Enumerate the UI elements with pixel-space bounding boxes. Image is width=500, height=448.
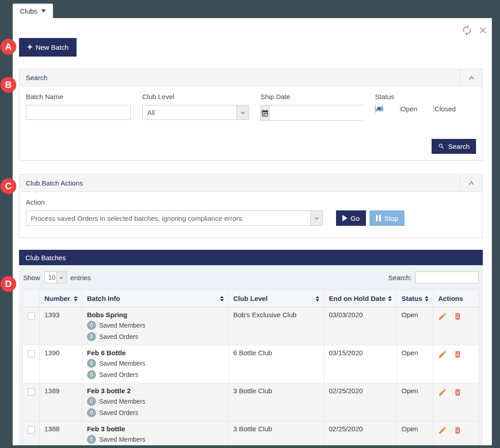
column-header-end-on-hold-date[interactable]: End on Hold Date [324,290,397,307]
close-icon[interactable] [477,25,488,36]
status-radio-all[interactable]: All [375,105,384,113]
status-radio-closed[interactable]: Closed [433,105,456,113]
delete-icon[interactable] [453,388,462,397]
stop-button[interactable]: Stop [370,210,404,226]
table-search-input[interactable] [415,272,479,283]
club-level-selected-value: All [147,109,155,116]
club-batches-section: Club Batches Show 10 entries [19,250,483,445]
saved-orders-label: Saved Orders [99,333,138,340]
saved-orders-label: Saved Orders [99,371,138,378]
chevron-up-icon [468,75,475,81]
saved-orders-count-badge: 0 [87,332,96,341]
page-size-select[interactable]: 10 [44,272,67,283]
plus-icon: + [27,43,33,52]
row-checkbox[interactable] [28,426,35,434]
tab-label: Clubs [20,7,37,15]
club-batches-title: Club Batches [25,254,66,262]
column-header-status[interactable]: Status [397,290,433,307]
saved-members-count-badge: 0 [87,321,96,330]
table-search-label: Search: [388,274,412,281]
saved-orders-label: Saved Orders [99,409,138,416]
go-button-label: Go [351,214,360,222]
batch-name: Feb 6 Bottle [87,349,224,357]
column-header-batch-info[interactable]: Batch Info [82,290,228,307]
radio-label: Closed [434,105,456,113]
go-button[interactable]: Go [336,210,366,226]
saved-members-count-badge: 0 [87,435,96,444]
edit-icon[interactable] [438,388,447,397]
edit-icon[interactable] [438,426,447,435]
end-on-hold-date-cell: 02/25/2020 [324,421,397,446]
annotation-badge-c: C [0,178,16,194]
delete-icon[interactable] [453,312,462,321]
end-on-hold-date-cell: 03/15/2020 [324,345,397,383]
action-select[interactable]: Process saved Orders in selected batches… [26,210,323,226]
row-checkbox[interactable] [28,350,35,357]
club-batches-table: Number Batch Info Club Level [23,290,479,445]
collapse-search-panel-button[interactable] [460,69,482,86]
search-panel-title: Search [19,69,54,86]
club-batch-actions-panel: Club Batch Actions Action Process saved … [19,174,483,238]
club-level-select[interactable]: All [142,105,249,120]
show-label: Show [23,274,40,281]
row-checkbox[interactable] [28,388,35,396]
status-cell: Open [397,345,433,383]
column-header-number[interactable]: Number [40,290,82,307]
search-button[interactable]: Search [432,139,476,154]
tab-clubs[interactable]: Clubs [13,4,53,18]
radio-label: Open [401,105,418,113]
saved-members-label: Saved Members [99,322,145,329]
status-cell: Open [397,421,433,446]
table-row: 1388 Feb 3 bottle 0 Saved Members 0 Save… [23,421,479,446]
pause-icon [376,215,381,221]
page-size-value: 10 [48,274,56,281]
batch-name-label: Batch Name [26,93,131,100]
status-cell: Open [397,307,433,345]
batch-number-cell: 1393 [40,307,82,345]
top-bar: Clubs [0,0,500,18]
main-content: + New Batch Search Batch Name Club Level [13,18,492,445]
refresh-icon[interactable] [461,24,473,36]
saved-members-label: Saved Members [99,398,145,405]
saved-members-count-badge: 0 [87,359,96,368]
end-on-hold-date-cell: 02/25/2020 [324,383,397,421]
batch-name: Feb 3 bottle 2 [87,387,224,395]
delete-icon[interactable] [453,426,462,435]
sort-icon[interactable] [316,296,319,301]
club-level-cell: 3 Bottle Club [228,383,324,421]
row-checkbox[interactable] [28,312,35,319]
batch-name-input[interactable] [26,105,131,120]
new-batch-button[interactable]: + New Batch [19,38,77,57]
calendar-icon[interactable] [261,105,269,120]
status-radio-open[interactable]: Open [400,105,418,113]
radio-icon [400,105,401,113]
sort-icon[interactable] [74,296,77,301]
column-header-club-level[interactable]: Club Level [228,290,324,307]
batch-number-cell: 1388 [40,421,82,446]
saved-members-label: Saved Members [99,436,145,443]
edit-icon[interactable] [438,312,447,321]
ship-date-input[interactable] [269,105,369,120]
chevron-down-icon [56,272,66,283]
delete-icon[interactable] [453,350,462,359]
chevron-up-icon [468,181,475,186]
play-icon [342,215,347,221]
search-button-label: Search [448,143,470,150]
sort-icon[interactable] [220,296,224,301]
sort-icon[interactable] [425,296,428,301]
club-batches-header: Club Batches [19,250,483,265]
actions-panel-title: Club Batch Actions [19,175,89,191]
chevron-down-icon [41,10,46,12]
end-on-hold-date-cell: 03/03/2020 [324,307,397,345]
saved-orders-count-badge: 0 [87,370,96,379]
edit-icon[interactable] [438,350,447,359]
saved-orders-count-badge: 0 [87,408,96,417]
search-icon [438,143,445,150]
club-level-cell: 3 Bottle Club [228,421,324,446]
table-row: 1393 Bobs Spring 0 Saved Members 0 Saved… [23,307,479,345]
collapse-actions-panel-button[interactable] [460,175,482,191]
sort-icon[interactable] [388,296,392,301]
ship-date-label: Ship Date [260,93,364,100]
annotation-badge-d: D [0,276,16,292]
column-header-actions: Actions [433,290,479,307]
